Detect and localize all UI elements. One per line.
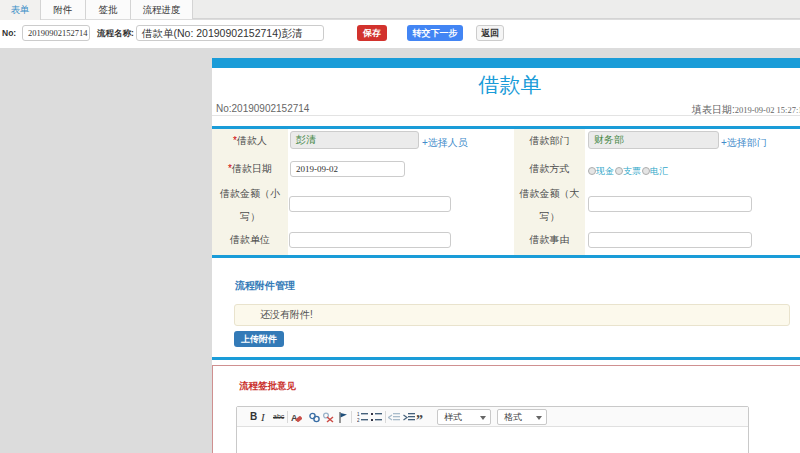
svg-text:A: A [291,413,298,423]
svg-text:1: 1 [357,412,360,417]
svg-text:2: 2 [357,418,360,423]
